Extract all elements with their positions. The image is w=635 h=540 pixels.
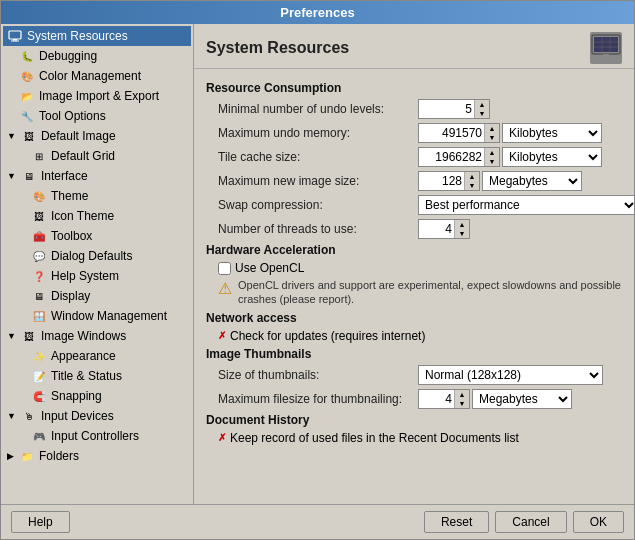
row-check-updates: ✗ Check for updates (requires internet) (206, 329, 622, 343)
sidebar-label-color-management: Color Management (39, 69, 141, 83)
help-button[interactable]: Help (11, 511, 70, 533)
spin-down-min-undo[interactable]: ▼ (475, 109, 489, 118)
ok-button[interactable]: OK (573, 511, 624, 533)
sidebar-item-interface[interactable]: ▼ 🖥 Interface (3, 166, 191, 186)
title-icon: 📝 (31, 368, 47, 384)
sidebar-label-snapping: Snapping (51, 389, 102, 403)
input-num-threads[interactable] (419, 221, 454, 237)
label-check-updates: Check for updates (requires internet) (230, 329, 425, 343)
sidebar-item-image-import-export[interactable]: 📂 Image Import & Export (3, 86, 191, 106)
input-min-undo[interactable] (419, 101, 474, 117)
select-max-new-image-unit[interactable]: Kilobytes Megabytes (482, 171, 582, 191)
sidebar-label-input-controllers: Input Controllers (51, 429, 139, 443)
arrow-interface: ▼ (7, 171, 16, 181)
select-tile-cache-unit[interactable]: Kilobytes Megabytes (502, 147, 602, 167)
sidebar-item-toolbox[interactable]: 🧰 Toolbox (3, 226, 191, 246)
sidebar-item-default-image[interactable]: ▼ 🖼 Default Image (3, 126, 191, 146)
theme-icon: 🎨 (31, 188, 47, 204)
sidebar-item-help-system[interactable]: ❓ Help System (3, 266, 191, 286)
sidebar-item-theme[interactable]: 🎨 Theme (3, 186, 191, 206)
sidebar-item-title-status[interactable]: 📝 Title & Status (3, 366, 191, 386)
spin-btns-max-filesize: ▲ ▼ (454, 390, 469, 408)
spin-up-max-new-image[interactable]: ▲ (465, 172, 479, 181)
sidebar-item-appearance[interactable]: ✨ Appearance (3, 346, 191, 366)
cancel-button[interactable]: Cancel (495, 511, 566, 533)
select-max-filesize-unit[interactable]: Megabytes Kilobytes (472, 389, 572, 409)
sidebar-label-icon-theme: Icon Theme (51, 209, 114, 223)
controls-min-undo: ▲ ▼ (418, 99, 490, 119)
x-keep-record: ✗ (218, 432, 226, 443)
input-icon: 🖱 (21, 408, 37, 424)
controls-swap-compression: Best performance Best speed Default (418, 195, 634, 215)
color-icon: 🎨 (19, 68, 35, 84)
row-max-new-image: Maximum new image size: ▲ ▼ Kilobytes Me… (206, 171, 622, 191)
svg-rect-4 (594, 37, 618, 52)
spinbox-tile-cache: ▲ ▼ (418, 147, 500, 167)
row-swap-compression: Swap compression: Best performance Best … (206, 195, 622, 215)
input-tile-cache[interactable] (419, 149, 484, 165)
sidebar-label-image-import-export: Image Import & Export (39, 89, 159, 103)
reset-button[interactable]: Reset (424, 511, 489, 533)
row-min-undo: Minimal number of undo levels: ▲ ▼ (206, 99, 622, 119)
help-icon: ❓ (31, 268, 47, 284)
panel-icon (590, 32, 622, 64)
spinbox-num-threads: ▲ ▼ (418, 219, 470, 239)
inputctrl-icon: 🎮 (31, 428, 47, 444)
sidebar-label-title-status: Title & Status (51, 369, 122, 383)
controls-max-undo-mem: ▲ ▼ Kilobytes Megabytes (418, 123, 602, 143)
sidebar-item-color-management[interactable]: 🎨 Color Management (3, 66, 191, 86)
sidebar-item-folders[interactable]: ▶ 📁 Folders (3, 446, 191, 466)
input-max-new-image[interactable] (419, 173, 464, 189)
spin-down-max-new-image[interactable]: ▼ (465, 181, 479, 190)
select-max-undo-mem-unit[interactable]: Kilobytes Megabytes (502, 123, 602, 143)
sidebar-label-default-grid: Default Grid (51, 149, 115, 163)
sidebar-item-display[interactable]: 🖥 Display (3, 286, 191, 306)
spin-down-max-undo-mem[interactable]: ▼ (485, 133, 499, 142)
sidebar-item-system-resources[interactable]: System Resources (3, 26, 191, 46)
spin-down-max-filesize[interactable]: ▼ (455, 399, 469, 408)
select-thumbnail-size[interactable]: Normal (128x128) Small (64x64) Large (25… (418, 365, 603, 385)
input-max-undo-mem[interactable] (419, 125, 484, 141)
spin-down-tile-cache[interactable]: ▼ (485, 157, 499, 166)
sidebar-item-image-windows[interactable]: ▼ 🖼 Image Windows (3, 326, 191, 346)
row-tile-cache: Tile cache size: ▲ ▼ Kilobytes Megabytes (206, 147, 622, 167)
spin-up-num-threads[interactable]: ▲ (455, 220, 469, 229)
sidebar-label-tool-options: Tool Options (39, 109, 106, 123)
sidebar-item-input-controllers[interactable]: 🎮 Input Controllers (3, 426, 191, 446)
sidebar-item-default-grid[interactable]: ⊞ Default Grid (3, 146, 191, 166)
spin-btns-min-undo: ▲ ▼ (474, 100, 489, 118)
spin-up-max-undo-mem[interactable]: ▲ (485, 124, 499, 133)
input-max-filesize[interactable] (419, 391, 454, 407)
spin-down-num-threads[interactable]: ▼ (455, 229, 469, 238)
label-max-filesize: Maximum filesize for thumbnailing: (218, 392, 418, 406)
label-thumbnail-size: Size of thumbnails: (218, 368, 418, 382)
spin-btns-max-undo-mem: ▲ ▼ (484, 124, 499, 142)
checkbox-use-opencl[interactable] (218, 262, 231, 275)
spin-up-min-undo[interactable]: ▲ (475, 100, 489, 109)
section-resource-consumption: Resource Consumption (206, 81, 622, 95)
sidebar-item-window-management[interactable]: 🪟 Window Management (3, 306, 191, 326)
sidebar-item-dialog-defaults[interactable]: 💬 Dialog Defaults (3, 246, 191, 266)
controls-thumbnail-size: Normal (128x128) Small (64x64) Large (25… (418, 365, 603, 385)
footer: Help Reset Cancel OK (1, 504, 634, 539)
window-icon: 🪟 (31, 308, 47, 324)
select-swap-compression[interactable]: Best performance Best speed Default (418, 195, 634, 215)
panel-header: System Resources (194, 24, 634, 69)
row-max-filesize: Maximum filesize for thumbnailing: ▲ ▼ M… (206, 389, 622, 409)
row-thumbnail-size: Size of thumbnails: Normal (128x128) Sma… (206, 365, 622, 385)
spin-up-max-filesize[interactable]: ▲ (455, 390, 469, 399)
sidebar-item-snapping[interactable]: 🧲 Snapping (3, 386, 191, 406)
sidebar-item-input-devices[interactable]: ▼ 🖱 Input Devices (3, 406, 191, 426)
spin-btns-max-new-image: ▲ ▼ (464, 172, 479, 190)
sidebar-item-tool-options[interactable]: 🔧 Tool Options (3, 106, 191, 126)
monitor-icon (7, 28, 23, 44)
spin-up-tile-cache[interactable]: ▲ (485, 148, 499, 157)
sidebar-item-debugging[interactable]: 🐛 Debugging (3, 46, 191, 66)
label-max-new-image: Maximum new image size: (218, 174, 418, 188)
section-image-thumbnails: Image Thumbnails (206, 347, 622, 361)
sidebar-item-icon-theme[interactable]: 🖼 Icon Theme (3, 206, 191, 226)
arrow-folders: ▶ (7, 451, 14, 461)
sidebar-label-help-system: Help System (51, 269, 119, 283)
import-icon: 📂 (19, 88, 35, 104)
sidebar-label-folders: Folders (39, 449, 79, 463)
